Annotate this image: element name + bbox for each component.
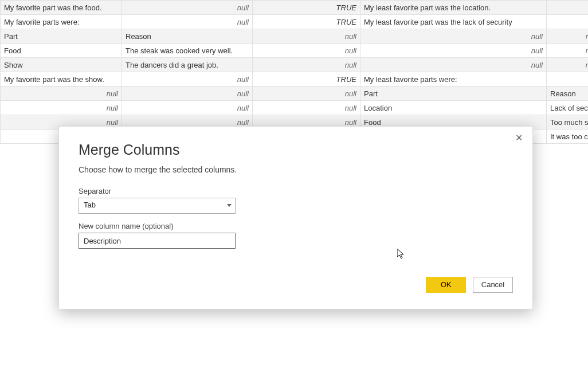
column-name-input[interactable] [79,233,236,249]
merge-columns-dialog: ✕ Merge Columns Choose how to merge the … [58,126,533,309]
table-row[interactable]: PartReasonnullnullnull [1,29,589,44]
separator-label: Separator [79,187,513,195]
table-cell[interactable]: null [547,44,589,58]
table-cell[interactable] [547,15,589,29]
table-cell[interactable]: The steak was cooked very well. [122,44,253,58]
table-cell[interactable]: null [122,15,253,29]
table-row[interactable]: ShowThe dancers did a great job.nullnull… [1,58,589,72]
separator-value: Tab [79,198,235,211]
data-grid[interactable]: My favorite part was the food.nullTRUEMy… [0,0,588,144]
table-cell[interactable]: TRUE [253,1,360,15]
table-cell[interactable]: Too much salt [547,115,589,130]
table-cell[interactable]: null [547,29,589,44]
cancel-button[interactable]: Cancel [473,277,513,293]
table-row[interactable]: FoodThe steak was cooked very well.nulln… [1,44,589,58]
table-cell[interactable]: null [122,87,253,101]
table-cell[interactable]: Reason [547,87,589,101]
table-cell[interactable]: null [253,87,360,101]
separator-select[interactable]: Tab [79,198,236,214]
table-cell[interactable]: My least favorite part was the lack of s… [360,15,547,29]
table-cell[interactable]: null [122,1,253,15]
table-cell[interactable]: null [360,58,547,72]
table-row[interactable]: My favorite part was the food.nullTRUEMy… [1,1,589,15]
table-cell[interactable]: The dancers did a great job. [122,58,253,72]
table-cell[interactable]: Reason [122,29,253,44]
table-cell[interactable]: null [360,29,547,44]
table-cell[interactable]: Part [1,29,122,44]
table-row[interactable]: nullnullnullPartReason [1,87,589,101]
dialog-subtitle: Choose how to merge the selected columns… [79,165,513,174]
table-cell[interactable] [547,72,589,87]
table-row[interactable]: nullnullnullLocationLack of security [1,101,589,115]
table-cell[interactable] [547,1,589,15]
table-cell[interactable]: null [253,101,360,115]
dialog-title: Merge Columns [79,142,513,158]
table-cell[interactable]: My least favorite part was the location. [360,1,547,15]
chevron-down-icon [227,204,232,207]
table-cell[interactable]: null [547,58,589,72]
table-cell[interactable]: My least favorite parts were: [360,72,547,87]
table-cell[interactable]: Food [1,44,122,58]
table-cell[interactable]: null [253,29,360,44]
table-cell[interactable]: My favorite part was the show. [1,72,122,87]
close-icon[interactable]: ✕ [513,132,524,143]
table-cell[interactable]: TRUE [253,15,360,29]
table-cell[interactable]: Show [1,58,122,72]
table-cell[interactable]: null [122,101,253,115]
table-cell[interactable]: It was too cold [547,130,589,144]
table-cell[interactable]: Location [360,101,547,115]
table-row[interactable]: My favorite part was the show.nullTRUEMy… [1,72,589,87]
table-cell[interactable]: null [253,58,360,72]
table-cell[interactable]: null [1,101,122,115]
table-row[interactable]: My favorite parts were:nullTRUEMy least … [1,15,589,29]
table-cell[interactable]: My favorite parts were: [1,15,122,29]
ok-button[interactable]: OK [426,277,466,293]
column-name-label: New column name (optional) [79,222,513,230]
table-cell[interactable]: null [122,72,253,87]
table-cell[interactable]: TRUE [253,72,360,87]
table-cell[interactable]: Part [360,87,547,101]
table-cell[interactable]: My favorite part was the food. [1,1,122,15]
table-cell[interactable]: null [1,87,122,101]
table-cell[interactable]: Lack of security [547,101,589,115]
table-cell[interactable]: null [253,44,360,58]
table-cell[interactable]: null [360,44,547,58]
